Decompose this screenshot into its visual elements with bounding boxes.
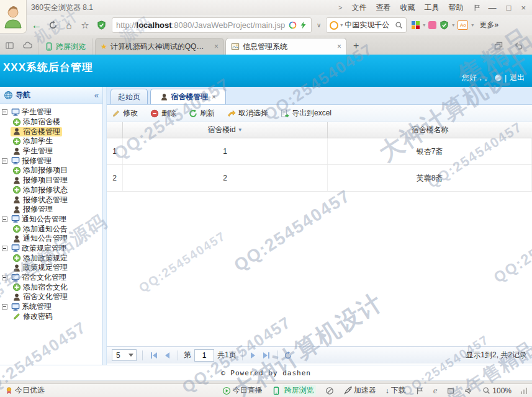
pink-extension-icon[interactable] <box>428 21 436 29</box>
lightning-icon[interactable] <box>299 21 307 29</box>
tab-info-close-icon[interactable]: × <box>337 42 341 51</box>
tree-item-add-repair-status[interactable]: 添加报修状态 <box>0 185 102 195</box>
side-panel-icon[interactable] <box>5 41 14 50</box>
tree-item-student-mgmt-child[interactable]: 学生管理 <box>0 146 102 156</box>
cross-screen-browse-button[interactable]: 跨屏浏览 <box>38 38 92 55</box>
edit-button[interactable]: 修改 <box>112 108 138 118</box>
last-page-button[interactable] <box>261 352 272 359</box>
menu-file[interactable]: 文件 <box>352 2 367 13</box>
collapse-minus-icon[interactable] <box>2 109 7 115</box>
tree-item-system-mgmt[interactable]: 系统管理 <box>0 302 102 312</box>
tree-item-repair-mgmt[interactable]: 报修管理 <box>0 156 102 166</box>
home-button[interactable]: ⌂ <box>61 20 77 30</box>
tree-item-add-dorm-building[interactable]: 添加宿舍楼 <box>0 117 102 127</box>
menu-chevron-icon[interactable]: > <box>338 4 342 11</box>
close-button[interactable]: × <box>521 3 526 12</box>
logout-link[interactable]: 退出 <box>510 73 525 83</box>
tree-item-student-mgmt[interactable]: 学生管理 <box>0 107 102 117</box>
tree-item-add-student[interactable]: 添加学生 <box>0 136 102 146</box>
tab-info-system[interactable]: 信息管理系统 × <box>225 38 347 55</box>
table-row[interactable]: 2 2 芙蓉8斋 <box>107 165 532 192</box>
menu-view[interactable]: 查看 <box>376 2 391 13</box>
skin-icon[interactable] <box>473 4 481 12</box>
tree-item-dorm-culture-mgmt-child[interactable]: 宿舍文化管理 <box>0 292 102 302</box>
today-picks-button[interactable]: 今日优选 <box>5 385 45 396</box>
search-engine-icon[interactable] <box>330 21 338 30</box>
collapse-minus-icon[interactable] <box>2 216 7 222</box>
tree-item-add-repair-project[interactable]: 添加报修项目 <box>0 166 102 176</box>
download-button[interactable]: ↓ 下载 <box>385 385 406 396</box>
url-dropdown-icon[interactable]: ∨ <box>312 22 326 29</box>
delete-button[interactable]: 删除 <box>150 108 176 118</box>
tab-qq-close-icon[interactable]: × <box>214 42 219 51</box>
speaker-icon[interactable] <box>464 386 473 395</box>
speed-dial-caret-icon[interactable]: ▾ <box>423 22 425 28</box>
back-button[interactable]: ← <box>29 19 45 32</box>
site-shield-icon[interactable] <box>93 20 109 30</box>
accelerator-button[interactable]: 加速器 <box>343 385 376 396</box>
speed-dial-icon[interactable] <box>412 21 420 29</box>
browser-avatar[interactable] <box>0 0 27 33</box>
ie-mode-icon[interactable]: e <box>433 385 438 396</box>
maximize-button[interactable]: □ <box>507 3 512 12</box>
tree-item-policy-mgmt-child[interactable]: 政策规定管理 <box>0 263 102 273</box>
compass-icon[interactable] <box>325 386 334 395</box>
cross-screen-status-button[interactable]: 跨屏浏览 <box>272 385 316 396</box>
zoom-control[interactable]: 100% <box>482 386 512 395</box>
tree-item-add-dorm-culture[interactable]: 添加宿舍文化 <box>0 282 102 292</box>
collapse-minus-icon[interactable] <box>2 275 7 280</box>
today-live-button[interactable]: 今日直播 <box>222 385 263 396</box>
tab-qq-space[interactable]: ★ 计算机源码大神调试的QQ空间 [http:/ × <box>95 38 224 55</box>
tree-item-notice-mgmt[interactable]: 通知公告管理 <box>0 215 102 225</box>
resize-grip[interactable] <box>521 388 527 394</box>
tree-item-change-password[interactable]: 修改密码 <box>0 311 102 321</box>
export-excel-button[interactable]: 导出到excel <box>281 108 331 118</box>
tree-item-dorm-culture-mgmt[interactable]: 宿舍文化管理 <box>0 273 102 283</box>
first-page-button[interactable] <box>148 352 160 359</box>
cloud-sync-icon[interactable] <box>22 41 32 50</box>
minimize-button[interactable]: — <box>489 3 497 12</box>
undo-close-tab-icon[interactable] <box>513 41 523 51</box>
window-mode-icon[interactable] <box>446 386 455 395</box>
restore-tabs-icon[interactable] <box>494 41 503 51</box>
reload-button[interactable] <box>45 20 61 30</box>
refresh-button[interactable]: 刷新 <box>189 108 215 118</box>
collapse-minus-icon[interactable] <box>2 158 7 164</box>
tree-item-repair-mgmt-child[interactable]: 报修管理 <box>0 205 102 215</box>
tab-dorm-building-mgmt[interactable]: 宿舍楼管理 × <box>150 89 226 104</box>
prev-page-button[interactable] <box>163 352 172 359</box>
pinwheel-icon[interactable] <box>289 21 297 29</box>
favorite-star-button[interactable]: ☆ <box>77 20 93 31</box>
url-field[interactable]: http://localhost:8080/JavaWebProject/mai… <box>112 17 312 33</box>
tab-close-icon[interactable]: × <box>212 93 215 100</box>
flag-icon[interactable] <box>415 386 424 395</box>
tree-item-repair-status-mgmt[interactable]: 报修状态管理 <box>0 195 102 205</box>
search-box[interactable]: ▾ 中国实现千公 <box>326 17 407 33</box>
tree-item-policy-mgmt[interactable]: 政策规定管理 <box>0 244 102 254</box>
ad-filter-icon[interactable]: Ao <box>458 20 468 30</box>
tree-item-add-notice[interactable]: 添加通知公告 <box>0 224 102 234</box>
tree-item-repair-project-mgmt[interactable]: 报修项目管理 <box>0 176 102 185</box>
collapse-minus-icon[interactable] <box>2 304 7 310</box>
page-size-select[interactable]: 5 <box>112 349 137 361</box>
search-input[interactable]: 中国实现千公 <box>345 20 393 30</box>
new-tab-button[interactable]: + <box>353 40 359 51</box>
tree-item-notice-mgmt-child[interactable]: 通知公告管理 <box>0 234 102 244</box>
page-number-input[interactable] <box>194 349 214 362</box>
collapse-minus-icon[interactable] <box>2 246 7 251</box>
menu-favorites[interactable]: 收藏 <box>400 2 415 13</box>
ad-filter-caret-icon[interactable]: ▾ <box>471 22 474 28</box>
reload-grid-icon[interactable] <box>284 351 292 360</box>
search-engine-caret-icon[interactable]: ▾ <box>340 22 343 28</box>
sidebar-collapse-button[interactable]: « <box>94 91 99 100</box>
security-extension-icon[interactable] <box>440 20 449 30</box>
more-button[interactable]: 更多» <box>479 20 498 30</box>
sort-arrow-icon[interactable]: ▼ <box>238 127 243 133</box>
security-caret-icon[interactable]: ▾ <box>452 22 454 28</box>
menu-help[interactable]: 帮助 <box>449 2 464 13</box>
column-header-name[interactable]: 宿舍楼名称 <box>328 122 532 138</box>
table-row[interactable]: 1 1 银杏7斋 <box>107 138 532 165</box>
column-header-id[interactable]: 宿舍楼id ▼ <box>123 122 328 138</box>
tree-item-dorm-building-mgmt[interactable]: 宿舍楼管理 <box>0 127 102 136</box>
tab-home[interactable]: 起始页 <box>110 89 148 104</box>
